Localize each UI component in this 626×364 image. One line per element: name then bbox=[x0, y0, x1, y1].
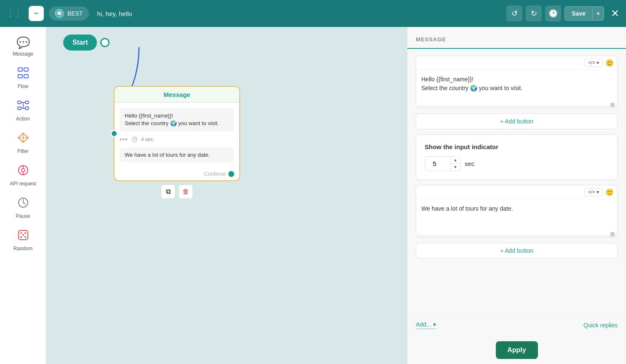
sidebar-item-random[interactable]: Random bbox=[4, 225, 42, 256]
node-bubble1: Hello {{first_name}}!Select the country … bbox=[120, 108, 234, 131]
node-action-bar: ⧉ 🗑 bbox=[161, 185, 193, 199]
add-dropdown-button[interactable]: Add... ▾ bbox=[416, 321, 436, 329]
filter-icon bbox=[17, 132, 29, 147]
seconds-input[interactable] bbox=[425, 157, 450, 171]
duplicate-icon: ⧉ bbox=[166, 188, 171, 195]
message2-area: </> ▾ 🙂 We have a lot of tours for any d… bbox=[416, 185, 618, 238]
save-button-group[interactable]: Save ▾ bbox=[564, 6, 604, 21]
bot-selector[interactable]: 💬 BEST bbox=[49, 6, 89, 21]
variable-button2[interactable]: </> ▾ bbox=[584, 188, 603, 196]
node-duplicate-button[interactable]: ⧉ bbox=[161, 185, 175, 199]
code-icon: </> bbox=[588, 60, 595, 66]
save-label[interactable]: Save bbox=[565, 7, 593, 20]
sidebar-item-pause[interactable]: Pause bbox=[4, 193, 42, 223]
api-icon bbox=[17, 164, 29, 179]
logo: ~ bbox=[29, 6, 44, 21]
input-indicator-row: ▲ ▼ sec bbox=[425, 156, 609, 171]
undo-icon: ↺ bbox=[511, 9, 518, 18]
variable-arrow2: ▾ bbox=[597, 189, 599, 195]
quick-replies-button[interactable]: Quick replies bbox=[583, 322, 618, 329]
flow-title: hi, hey, hello bbox=[97, 10, 132, 17]
svg-point-23 bbox=[24, 232, 26, 234]
svg-point-26 bbox=[24, 236, 26, 238]
random-icon bbox=[17, 229, 29, 244]
clock-icon: 🕐 bbox=[131, 136, 138, 142]
emoji-icon2: 🙂 bbox=[605, 189, 614, 196]
message1-input[interactable]: Hello {{first_name}}! Select the country… bbox=[416, 70, 617, 104]
save-dropdown-arrow[interactable]: ▾ bbox=[593, 8, 604, 20]
canvas-connections bbox=[46, 27, 407, 364]
code-icon2: </> bbox=[588, 189, 595, 195]
panel-title: MESSAGE bbox=[416, 36, 446, 43]
close-button[interactable]: ✕ bbox=[611, 8, 619, 19]
history-button[interactable]: 🕐 bbox=[545, 5, 561, 21]
start-label: Start bbox=[72, 39, 88, 46]
svg-rect-5 bbox=[18, 107, 21, 110]
start-output-dot bbox=[100, 38, 110, 47]
node-bubble2: We have a lot of tours for any date. bbox=[120, 147, 234, 162]
sidebar-random-label: Random bbox=[13, 246, 32, 252]
input-indicator-card: Show the input indicator ▲ ▼ sec bbox=[416, 134, 618, 180]
svg-line-20 bbox=[23, 203, 26, 204]
apply-label: Apply bbox=[507, 346, 526, 353]
node-delete-button[interactable]: 🗑 bbox=[179, 185, 193, 199]
topbar: ⋮⋮ ~ 💬 BEST hi, hey, hello ↺ ↻ 🕐 Save ▾ … bbox=[0, 0, 626, 27]
sidebar-message-label: Message bbox=[13, 51, 33, 57]
add-button1-label: + Add button bbox=[500, 118, 533, 125]
bot-icon: 💬 bbox=[55, 9, 64, 18]
close-icon: ✕ bbox=[611, 8, 619, 19]
right-panel: MESSAGE </> ▾ 🙂 Hello {{first_name}}! Se… bbox=[407, 27, 626, 364]
variable-arrow: ▾ bbox=[597, 60, 599, 66]
number-stepper: ▲ ▼ bbox=[450, 157, 460, 171]
svg-rect-3 bbox=[24, 75, 28, 78]
pause-icon bbox=[17, 197, 29, 211]
svg-rect-2 bbox=[18, 75, 22, 78]
panel-header: MESSAGE bbox=[407, 27, 626, 49]
undo-button[interactable]: ↺ bbox=[506, 5, 522, 21]
sidebar-item-filter[interactable]: Filter bbox=[4, 128, 42, 158]
message-node[interactable]: Message Hello {{first_name}}!Select the … bbox=[114, 86, 240, 181]
bot-name: BEST bbox=[67, 10, 83, 17]
add-dropdown-label: Add... bbox=[416, 321, 431, 328]
canvas: Start Message Hello {{first_name}}!Selec… bbox=[46, 27, 407, 364]
redo-button[interactable]: ↻ bbox=[526, 5, 542, 21]
svg-rect-6 bbox=[25, 101, 29, 104]
resize-handle1[interactable] bbox=[610, 103, 615, 107]
node-title: Message bbox=[163, 91, 190, 98]
start-node: Start bbox=[63, 35, 110, 51]
stepper-down[interactable]: ▼ bbox=[451, 164, 460, 171]
svg-point-15 bbox=[21, 169, 25, 172]
node-continue: Continue bbox=[115, 167, 239, 180]
svg-point-22 bbox=[20, 232, 22, 234]
sidebar-item-action[interactable]: Action bbox=[4, 95, 42, 126]
typing-duration: 4 sec. bbox=[141, 136, 155, 142]
start-button[interactable]: Start bbox=[63, 35, 97, 51]
emoji-button2[interactable]: 🙂 bbox=[605, 188, 614, 196]
apply-button[interactable]: Apply bbox=[496, 341, 538, 359]
emoji-icon1: 🙂 bbox=[605, 59, 614, 67]
variable-button[interactable]: </> ▾ bbox=[584, 59, 603, 67]
message1-area: </> ▾ 🙂 Hello {{first_name}}! Select the… bbox=[416, 56, 618, 108]
sec-label: sec bbox=[465, 160, 474, 167]
logo-symbol: ~ bbox=[34, 9, 39, 18]
add-button1[interactable]: + Add button bbox=[416, 113, 618, 129]
sidebar-item-flow[interactable]: Flow bbox=[4, 63, 42, 94]
resize-handle2[interactable] bbox=[610, 232, 615, 236]
node-input-dot bbox=[110, 130, 118, 137]
input-indicator-title: Show the input indicator bbox=[425, 143, 609, 150]
redo-icon: ↻ bbox=[531, 9, 537, 18]
sidebar-item-api[interactable]: API request bbox=[4, 160, 42, 191]
svg-rect-7 bbox=[25, 107, 29, 110]
sidebar-pause-label: Pause bbox=[16, 213, 30, 219]
add-button2[interactable]: + Add button bbox=[416, 243, 618, 259]
sidebar-item-message[interactable]: 💬 Message bbox=[4, 32, 42, 61]
emoji-button1[interactable]: 🙂 bbox=[605, 59, 614, 67]
history-icon: 🕐 bbox=[548, 9, 558, 18]
main-layout: 💬 Message Flow bbox=[0, 27, 626, 364]
message2-toolbar: </> ▾ 🙂 bbox=[416, 185, 617, 199]
continue-dot bbox=[228, 171, 234, 177]
sidebar: 💬 Message Flow bbox=[0, 27, 46, 364]
stepper-up[interactable]: ▲ bbox=[451, 157, 460, 164]
node-header: Message bbox=[115, 87, 239, 103]
message2-input[interactable]: We have a lot of tours for any date. bbox=[416, 199, 617, 233]
